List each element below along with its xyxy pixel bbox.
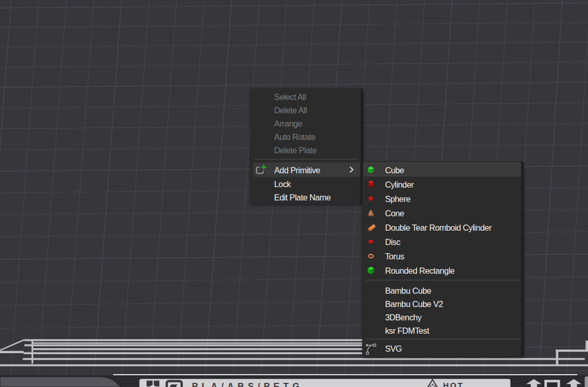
svg-text:HOT: HOT — [443, 381, 464, 387]
svg-text:PLA/ABS/PETG: PLA/ABS/PETG — [192, 381, 303, 387]
